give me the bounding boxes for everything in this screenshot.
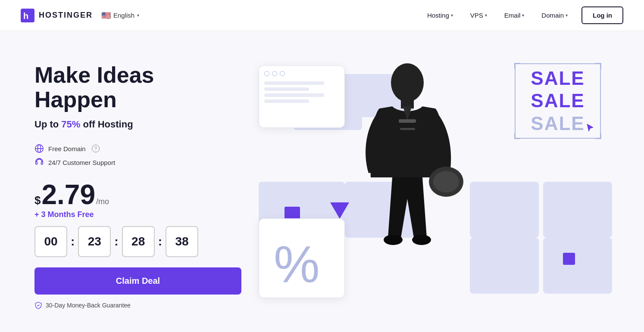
price-amount: 2.79: [41, 181, 95, 208]
percent-card: %: [259, 218, 345, 298]
countdown-sep-1: :: [71, 235, 75, 248]
browser-bar-2: [264, 87, 309, 91]
chevron-down-icon: ▾: [485, 13, 487, 18]
feature-support: 24/7 Customer Support: [34, 158, 241, 167]
svg-text:%: %: [274, 235, 320, 291]
countdown-sep-2: :: [114, 235, 118, 248]
currency-symbol: $: [34, 194, 41, 207]
language-selector[interactable]: 🇺🇸 English ▾: [101, 11, 139, 20]
chevron-down-icon: ▾: [451, 13, 453, 18]
navbar-nav: Hosting ▾ VPS ▾ Email ▾ Domain ▾ Log in: [420, 6, 623, 24]
hero-subtitle: Up to 75% off Hosting: [34, 119, 241, 130]
features-list: Free Domain ? 24/7 Customer Support: [34, 144, 241, 167]
navbar: h HOSTINGER 🇺🇸 English ▾ Hosting ▾ VPS ▾…: [0, 0, 644, 31]
globe-icon: [34, 144, 44, 153]
browser-bar-1: [264, 81, 324, 85]
browser-dot-3: [280, 71, 285, 76]
nav-domain-label: Domain: [541, 12, 564, 19]
countdown-minutes: 23: [78, 226, 111, 257]
flag-icon: 🇺🇸: [101, 11, 111, 20]
deco-square-8: [543, 238, 612, 294]
sale-text-1: SALE: [531, 68, 585, 90]
svg-text:h: h: [23, 11, 28, 21]
svg-point-9: [433, 171, 459, 192]
logo[interactable]: h HOSTINGER: [21, 9, 93, 22]
sale-card: SALE SALE SALE: [515, 63, 601, 139]
percent-symbol: %: [269, 226, 334, 291]
price-block: $ 2.79 /mo + 3 Months Free: [34, 181, 241, 219]
feature-free-domain: Free Domain ?: [34, 144, 241, 153]
corner-br: [595, 133, 601, 139]
navbar-left: h HOSTINGER 🇺🇸 English ▾: [21, 9, 139, 22]
svg-rect-13: [400, 128, 415, 130]
guarantee-text: 30-Day Money-Back Guarantee: [34, 301, 241, 309]
countdown-sep-3: :: [158, 235, 162, 248]
person-figure: [336, 57, 478, 324]
chevron-down-icon: ▾: [137, 13, 139, 18]
nav-item-vps[interactable]: VPS ▾: [463, 8, 494, 22]
countdown-hours: 00: [34, 226, 67, 257]
free-domain-label: Free Domain: [48, 145, 86, 152]
login-button[interactable]: Log in: [581, 6, 623, 24]
subtitle-prefix: Up to: [34, 119, 61, 130]
corner-bl: [514, 133, 520, 139]
nav-hosting-label: Hosting: [427, 12, 449, 19]
browser-content: [264, 81, 339, 103]
browser-dot-2: [272, 71, 277, 76]
countdown-seconds-tens: 28: [122, 226, 155, 257]
logo-icon: h: [21, 9, 34, 22]
brand-name: HOSTINGER: [39, 11, 93, 20]
nav-item-email[interactable]: Email ▾: [497, 8, 531, 22]
hero-title: Make Ideas Happen: [34, 63, 241, 112]
corner-tr: [595, 63, 601, 69]
browser-bar-4: [264, 99, 309, 103]
browser-dot-1: [264, 71, 269, 76]
svg-point-11: [412, 235, 431, 245]
hero-section: Make Ideas Happen Up to 75% off Hosting …: [0, 31, 644, 332]
sale-text-2: SALE: [531, 90, 585, 112]
price-display: $ 2.79 /mo: [34, 181, 241, 208]
info-icon[interactable]: ?: [92, 145, 100, 152]
nav-item-domain[interactable]: Domain ▾: [535, 8, 575, 22]
nav-vps-label: VPS: [470, 12, 483, 19]
price-period: /mo: [96, 197, 109, 206]
deco-square-7: [470, 238, 539, 294]
purple-square-2: [563, 253, 575, 265]
deco-square-6: [543, 182, 612, 238]
hero-illustration: % SALE SALE SALE: [259, 57, 610, 315]
chevron-down-icon: ▾: [566, 13, 568, 18]
guarantee-label: 30-Day Money-Back Guarantee: [46, 302, 131, 309]
countdown-timer: 00 : 23 : 28 : 38: [34, 226, 241, 257]
sale-text-3: SALE: [531, 113, 585, 135]
nav-email-label: Email: [504, 12, 521, 19]
support-label: 24/7 Customer Support: [48, 159, 115, 166]
deco-square-5: [470, 182, 539, 238]
browser-bar-3: [264, 93, 324, 97]
countdown-seconds-units: 38: [166, 226, 198, 257]
cursor-icon: [585, 123, 595, 133]
shield-icon: [34, 301, 42, 309]
discount-text: 75%: [61, 119, 80, 130]
browser-dots: [264, 71, 339, 76]
browser-card: [259, 65, 345, 128]
language-label: English: [113, 12, 134, 19]
subtitle-suffix: off Hosting: [80, 119, 133, 130]
headset-icon: [34, 158, 44, 167]
corner-tl: [514, 63, 520, 69]
chevron-down-icon: ▾: [522, 13, 524, 18]
hero-content: Make Ideas Happen Up to 75% off Hosting …: [34, 63, 241, 309]
svg-point-6: [391, 63, 424, 102]
claim-deal-button[interactable]: Claim Deal: [34, 267, 241, 295]
svg-point-10: [384, 235, 403, 245]
price-bonus: + 3 Months Free: [34, 210, 241, 219]
nav-item-hosting[interactable]: Hosting ▾: [420, 8, 460, 22]
